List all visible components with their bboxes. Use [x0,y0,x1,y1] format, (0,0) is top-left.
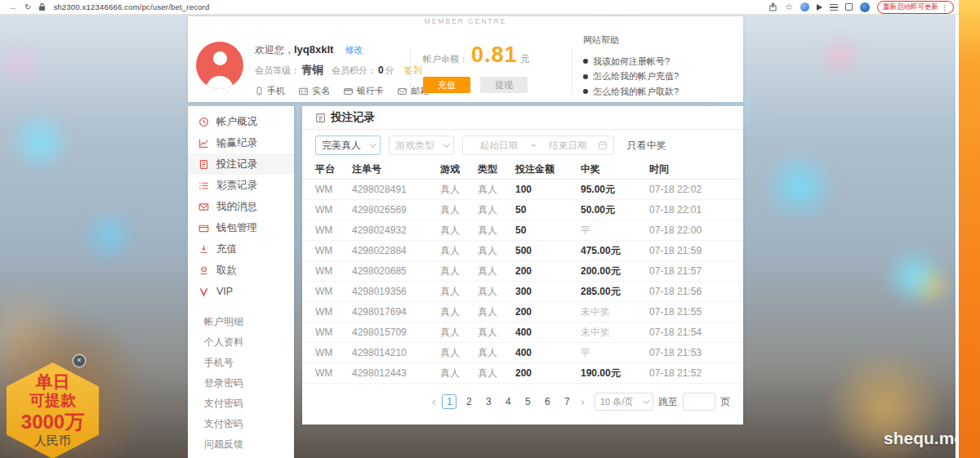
cell-platform: WM [315,184,352,195]
table-row: WM 4298026569 真人 真人 50 50.00元 07-18 22:0… [302,200,743,220]
page-size-select[interactable]: 10 条/页 [595,393,653,411]
cell-type: 真人 [478,346,515,360]
sidebar-sub-item[interactable]: 问题反馈 [188,434,294,455]
bookmark-star-icon[interactable]: ☆ [785,2,793,12]
balance-block: 帐户余额： 0.81 元 充值 提现 [423,44,567,93]
prev-page-button[interactable]: ‹ [430,395,438,408]
table-body: WM 4298028491 真人 真人 100 95.00元 07-18 22:… [302,180,743,384]
reload-icon[interactable]: ↻ [24,2,31,11]
cell-bet-amount: 400 [515,327,581,338]
promo-close-icon[interactable]: × [74,355,85,367]
sidebar-sub-item[interactable]: 支付密码 [188,414,294,434]
cell-platform: WM [315,286,352,297]
browser-profile-avatar[interactable] [860,2,870,12]
chart-icon [198,138,209,149]
sidebar-item-withdraw[interactable]: 取款 [188,260,294,281]
sidebar-item-bet-record[interactable]: 投注记录 [188,153,294,175]
table-row: WM 4298019356 真人 真人 300 285.00元 07-18 21… [302,282,743,302]
page-button[interactable]: 5 [520,394,535,409]
page-button[interactable]: 4 [501,394,515,409]
range-separator: ~ [529,140,538,150]
page-button[interactable]: 6 [540,394,555,409]
verify-realname[interactable]: 实名 [298,85,330,97]
verify-phone[interactable]: 手机 [255,85,285,97]
cell-order-number: 4298028491 [352,184,440,195]
cell-bet-amount: 100 [515,184,581,195]
cell-type: 真人 [478,265,515,278]
only-wins-filter[interactable]: 只看中奖 [627,139,666,153]
help-link[interactable]: 怎么给我的帐户取款? [583,84,735,100]
extension-icon[interactable] [800,2,809,11]
platform-select[interactable]: 完美真人 [315,136,381,155]
withdraw-button[interactable]: 提现 [480,77,528,93]
cell-game: 真人 [440,203,478,217]
verify-bankcard[interactable]: 银行卡 [343,85,384,97]
next-page-button[interactable]: › [579,395,586,408]
cell-win: 未中奖 [581,305,649,319]
extension-arrow-icon[interactable] [817,4,822,11]
panel-title-bar: 投注记录 [302,106,743,130]
phone-icon [255,86,264,96]
cell-game: 真人 [440,244,478,258]
table-row: WM 4298014210 真人 真人 400 平 07-18 21:53 [302,343,743,363]
browser-menu-icon[interactable]: ⋮ [941,3,948,11]
date-range-picker[interactable]: 起始日期 ~ 结束日期 [462,136,614,155]
chevron-down-icon [643,397,649,403]
cell-order-number: 4298015709 [352,327,440,338]
cell-platform: WM [315,265,352,277]
forward-icon[interactable]: → [8,2,17,11]
extension-square-icon[interactable] [845,3,853,11]
sidebar-item-deposit[interactable]: 充值 [188,238,294,260]
cell-platform: WM [315,225,352,236]
cell-win: 475.00元 [581,244,649,258]
sidebar-item-account-overview[interactable]: 帐户概况 [188,111,294,132]
mail-icon [397,87,408,96]
deposit-button[interactable]: 充值 [423,77,470,93]
cell-platform: WM [315,327,352,338]
cell-win: 200.00元 [581,265,649,278]
help-link[interactable]: 怎么给我的帐户充值? [583,69,735,85]
column-header: 注单号 [352,162,440,176]
sidebar-sub-item[interactable]: 手机号 [188,353,294,373]
page-button[interactable]: 2 [461,394,476,409]
cell-platform: WM [315,306,352,318]
help-title: 网站帮助 [583,34,735,47]
share-icon[interactable] [768,2,777,11]
sidebar-sub-item[interactable]: 登录密码 [188,373,294,394]
end-date-placeholder: 结束日期 [537,140,598,152]
sidebar-item-messages[interactable]: 我的消息 [188,196,294,217]
page-button[interactable]: 3 [481,394,496,409]
sidebar-item-vip[interactable]: VIP [188,281,294,302]
cell-platform: WM [315,367,352,379]
sidebar-item-wallet[interactable]: 钱包管理 [188,217,294,238]
member-centre-label: MEMBER CENTRE [188,17,743,25]
modify-link[interactable]: 修改 [345,44,363,56]
signin-link[interactable]: 签到 [404,64,422,77]
divider [410,47,411,95]
page-button[interactable]: 7 [559,394,574,409]
game-type-select[interactable]: 游戏类型 [389,136,454,155]
jump-page-input[interactable] [683,393,715,411]
mail-icon [198,202,209,212]
cell-bet-amount: 300 [515,286,581,297]
url-text[interactable]: sh2300.x12346666.com/pc/user/bet_record [53,2,209,11]
sidebar-item-winloss-record[interactable]: 输赢纪录 [188,132,294,153]
sidebar-item-lottery-record[interactable]: 彩票记录 [188,175,294,196]
column-header: 投注金额 [515,162,581,176]
divider [572,47,572,95]
page-button[interactable]: 1 [442,394,457,409]
cell-type: 真人 [478,244,515,258]
sidebar-sub-item[interactable]: 支付密码 [188,394,294,414]
extension-list-icon[interactable] [830,4,838,11]
cell-game: 真人 [440,265,478,278]
start-date-placeholder: 起始日期 [469,140,529,152]
help-link[interactable]: 我该如何注册帐号? [583,54,735,69]
cell-bet-amount: 500 [515,245,581,256]
watermark: shequ.me [884,429,964,448]
sidebar-sub-item[interactable]: 帐户明细 [188,312,294,332]
sidebar-sub-item[interactable]: 个人资料 [188,332,294,353]
cell-platform: WM [315,204,352,216]
update-button[interactable]: 重新启动即可更新 ⋮ [877,1,954,14]
column-header: 平台 [315,162,352,176]
sidebar: 帐户概况 输赢纪录 投注记录 [188,106,294,458]
